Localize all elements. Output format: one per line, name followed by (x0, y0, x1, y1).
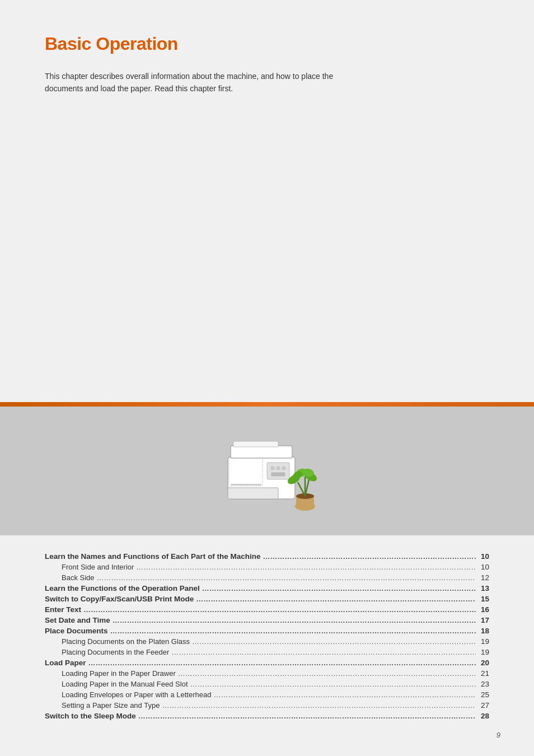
chapter-description: This chapter describes overall informati… (45, 70, 336, 95)
toc-dots-entry-6: …………………………………………………………………………………………………………… (83, 605, 476, 614)
toc-dots-entry-12: …………………………………………………………………………………………………………… (178, 669, 476, 678)
toc-entry-14: Loading Envelopes or Paper with a Letter… (45, 690, 489, 699)
toc-title-entry-10: Placing Documents in the Feeder (62, 648, 169, 656)
toc-entry-8: Place Documents ………………………………………………………………… (45, 627, 489, 635)
toc-page-entry-10: 19 (478, 648, 489, 656)
toc-title-entry-6: Enter Text (45, 605, 81, 614)
toc-title-entry-13: Loading Paper in the Manual Feed Slot (62, 680, 188, 688)
svg-point-5 (271, 466, 274, 470)
image-band (0, 407, 534, 535)
toc-dots-entry-9: …………………………………………………………………………………………………………… (192, 637, 476, 646)
toc-entry-5: Switch to Copy/Fax/Scan/USB Print Mode …… (45, 595, 489, 603)
toc-entry-13: Loading Paper in the Manual Feed Slot ……… (45, 680, 489, 688)
toc-page-entry-6: 16 (478, 605, 489, 614)
toc-title-entry-3: Back Side (62, 573, 95, 582)
toc-dots-entry-8: …………………………………………………………………………………………………………… (110, 627, 476, 635)
toc-title-entry-1: Learn the Names and Functions of Each Pa… (45, 552, 261, 561)
toc-title-entry-11: Load Paper (45, 659, 86, 667)
toc-page-entry-11: 20 (478, 659, 489, 667)
toc-page-entry-7: 17 (478, 616, 489, 624)
toc-title-entry-5: Switch to Copy/Fax/Scan/USB Print Mode (45, 595, 194, 603)
svg-rect-3 (233, 441, 278, 447)
toc-dots-entry-15: …………………………………………………………………………………………………………… (162, 701, 476, 710)
toc-area: Learn the Names and Functions of Each Pa… (0, 535, 534, 756)
svg-point-6 (277, 466, 280, 470)
toc-dots-entry-2: …………………………………………………………………………………………………………… (136, 563, 476, 571)
toc-title-entry-12: Loading Paper in the Paper Drawer (62, 669, 176, 678)
toc-entry-12: Loading Paper in the Paper Drawer ………………… (45, 669, 489, 678)
toc-dots-entry-16: …………………………………………………………………………………………………………… (138, 712, 476, 720)
toc-dots-entry-1: …………………………………………………………………………………………………………… (263, 552, 476, 561)
toc-title-entry-7: Set Date and Time (45, 616, 110, 624)
toc-dots-entry-7: …………………………………………………………………………………………………………… (113, 616, 476, 624)
toc-page-entry-9: 19 (478, 637, 489, 646)
toc-entry-15: Setting a Paper Size and Type …………………………… (45, 701, 489, 710)
toc-page-entry-13: 23 (478, 680, 489, 688)
toc-entry-6: Enter Text ……………………………………………………………………………… (45, 605, 489, 614)
svg-rect-1 (231, 446, 292, 458)
toc-title-entry-16: Switch to the Sleep Mode (45, 712, 136, 720)
toc-page-entry-16: 28 (478, 712, 489, 720)
toc-dots-entry-3: …………………………………………………………………………………………………………… (97, 573, 476, 582)
toc-page-entry-1: 10 (478, 552, 489, 561)
toc-dots-entry-10: …………………………………………………………………………………………………………… (171, 648, 476, 656)
chapter-title: Basic Operation (45, 34, 489, 54)
toc-page-entry-14: 25 (478, 690, 489, 699)
page: Basic Operation This chapter describes o… (0, 0, 534, 756)
toc-entry-9: Placing Documents on the Platen Glass ……… (45, 637, 489, 646)
machine-illustration (211, 423, 323, 519)
toc-title-entry-15: Setting a Paper Size and Type (62, 701, 160, 710)
divider-bar (0, 402, 534, 407)
content-area: Basic Operation This chapter describes o… (0, 0, 534, 402)
toc-entry-11: Load Paper ……………………………………………………………………………… (45, 659, 489, 667)
toc-page-entry-15: 27 (478, 701, 489, 710)
toc-entry-10: Placing Documents in the Feeder ……………………… (45, 648, 489, 656)
toc-dots-entry-14: …………………………………………………………………………………………………………… (213, 690, 476, 699)
toc-entry-3: Back Side ………………………………………………………………………………… (45, 573, 489, 582)
toc-page-entry-3: 12 (478, 573, 489, 582)
toc-entry-1: Learn the Names and Functions of Each Pa… (45, 552, 489, 561)
svg-rect-10 (231, 484, 261, 486)
toc-entry-16: Switch to the Sleep Mode ………………………………………… (45, 712, 489, 720)
toc-page-entry-8: 18 (478, 627, 489, 635)
svg-rect-8 (271, 473, 285, 476)
toc-entry-2: Front Side and Interior …………………………………………… (45, 563, 489, 571)
toc-title-entry-4: Learn the Functions of the Operation Pan… (45, 584, 200, 592)
svg-point-7 (282, 466, 285, 470)
toc-title-entry-14: Loading Envelopes or Paper with a Letter… (62, 690, 211, 699)
toc-entry-7: Set Date and Time …………………………………………………………… (45, 616, 489, 624)
svg-rect-4 (267, 463, 289, 479)
toc-title-entry-9: Placing Documents on the Platen Glass (62, 637, 190, 646)
toc-title-entry-8: Place Documents (45, 627, 108, 635)
svg-rect-2 (228, 488, 278, 499)
toc-dots-entry-5: …………………………………………………………………………………………………………… (196, 595, 476, 603)
toc-page-entry-12: 21 (478, 669, 489, 678)
toc-dots-entry-13: …………………………………………………………………………………………………………… (190, 680, 476, 688)
page-number: 9 (496, 731, 500, 739)
toc-page-entry-5: 15 (478, 595, 489, 603)
toc-dots-entry-11: …………………………………………………………………………………………………………… (88, 659, 476, 667)
toc-dots-entry-4: …………………………………………………………………………………………………………… (202, 584, 476, 592)
toc-page-entry-4: 13 (478, 584, 489, 592)
toc-title-entry-2: Front Side and Interior (62, 563, 134, 571)
toc-entry-4: Learn the Functions of the Operation Pan… (45, 584, 489, 592)
toc-page-entry-2: 10 (478, 563, 489, 571)
